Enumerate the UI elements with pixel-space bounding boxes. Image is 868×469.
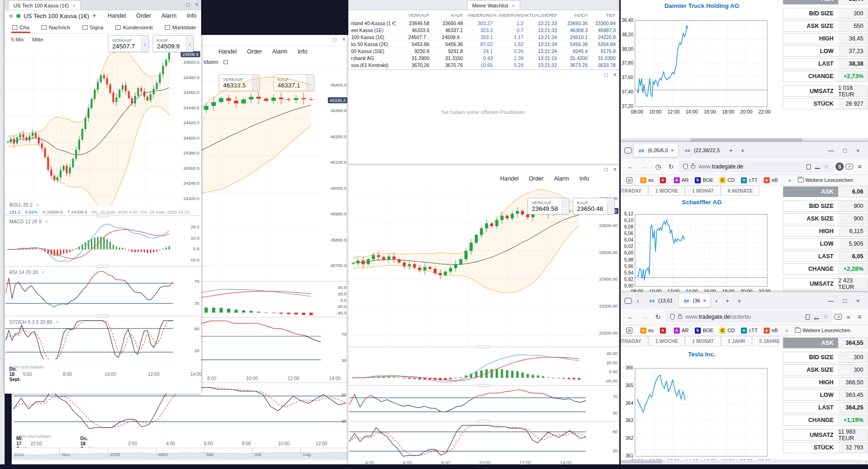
forward-icon[interactable]: → — [638, 313, 651, 321]
close-indicator-icon[interactable]: × — [56, 320, 59, 325]
tab-watchlist[interactable]: Meine Watchlist× — [467, 0, 520, 10]
bookmark-item[interactable]: ◍ — [626, 177, 634, 183]
external-link-icon[interactable] — [224, 60, 228, 64]
scroll-right-icon[interactable]: › — [865, 458, 867, 464]
period-tab[interactable]: 6 MONATE — [721, 186, 760, 196]
period-tab[interactable]: 1 JAHR — [721, 336, 752, 346]
reader-mode-icon[interactable] — [807, 164, 811, 169]
watchlist-row[interactable]: 00 Kassa (10£) 9230.8 ↓ 9231.8 ↓ 24.1 0.… — [348, 47, 619, 54]
app-menu-icon[interactable]: ≡ — [855, 313, 864, 321]
maximize-icon[interactable]: □ — [843, 147, 847, 154]
maximize-icon[interactable]: □ — [604, 72, 608, 78]
horizontal-scrollbar[interactable] — [621, 460, 863, 464]
firefox-view-icon[interactable] — [624, 298, 632, 304]
forward-icon[interactable]: → — [638, 163, 651, 170]
period-tab[interactable]: INTRADAY — [621, 336, 648, 346]
watchlist-row[interactable]: eet Kassa (1E) 46333.5 ↓ 46337.1 ↓ 323.3… — [348, 27, 619, 34]
watchlist-row[interactable]: ssa (€1 Kontrakt) 3670.26 ↓ 3670.76 ↓ 10… — [348, 61, 619, 68]
bookmark-overflow-icon[interactable]: » — [788, 177, 791, 183]
bookmark-item[interactable]: b BOE — [695, 328, 713, 334]
ustech-macd-chart[interactable] — [6, 218, 173, 264]
chevron-down-icon[interactable]: ▼ — [92, 13, 96, 18]
chart-navigator[interactable]: 2024Nov.2025MärzMaiJuliAug. — [12, 448, 348, 460]
shield-icon[interactable] — [670, 314, 675, 320]
toolbar-chart[interactable]: Cha — [12, 21, 29, 33]
bookmark-item[interactable]: C CD — [719, 177, 735, 183]
minimize-icon[interactable]: — — [828, 297, 834, 304]
instrument-title[interactable]: US Tech 100 Kassa (1€) — [24, 13, 89, 20]
bookmark-item[interactable]: e eB — [764, 328, 778, 334]
tab-dropdown-icon[interactable]: ∨ — [734, 298, 744, 303]
new-tab-icon[interactable]: + — [726, 147, 736, 154]
mode-select[interactable]: Mitte — [32, 37, 43, 42]
tab-scroll-right-icon[interactable]: › — [712, 297, 720, 304]
reader-mode-icon[interactable] — [806, 315, 810, 320]
menu-handel[interactable]: Handel — [108, 13, 126, 19]
history-icon[interactable]: ◷ — [652, 163, 664, 170]
close-icon[interactable]: × — [195, 1, 198, 8]
bookmark-star-icon[interactable]: ☆ — [823, 314, 828, 320]
browser-tab[interactable]: ex (13,61 — [644, 294, 677, 307]
maximize-icon[interactable]: □ — [333, 36, 337, 43]
lock-icon[interactable] — [691, 165, 695, 168]
new-tab-icon[interactable]: + — [722, 297, 732, 304]
close-indicator-icon[interactable]: × — [45, 219, 48, 224]
menu-alarm[interactable]: Alarm — [272, 48, 287, 55]
toolbar-signals[interactable]: Signa — [82, 21, 103, 33]
buy-quote-box[interactable]: KAUF24509.9 ↓ — [153, 35, 194, 52]
share-icon[interactable]: ↗ — [846, 164, 853, 169]
tab-dropdown-icon[interactable]: ∨ — [738, 148, 747, 153]
bookmark-folder[interactable]: Weitere Lesezeichen — [798, 177, 854, 183]
browser-tab-active[interactable]: ex (36 × — [679, 294, 710, 307]
tab-scroll-left-icon[interactable]: ‹ — [634, 297, 642, 304]
close-icon[interactable]: × — [613, 166, 617, 173]
save-page-icon[interactable]: ↓ — [815, 164, 820, 169]
close-indicator-icon[interactable]: × — [36, 202, 39, 208]
close-icon[interactable]: × — [613, 72, 617, 78]
period-tab[interactable]: 1 WOCHE — [648, 336, 685, 346]
tab-close-icon[interactable]: × — [671, 147, 674, 153]
bookmark-item[interactable]: n cTT — [741, 177, 758, 183]
ustech-rsi-chart[interactable] — [6, 268, 173, 314]
watchlist-row[interactable]: ks 50 Kassa (2€) 5453.86 ↓ 5455.36 ↓ 87.… — [348, 40, 619, 47]
maximize-icon[interactable]: □ — [604, 166, 608, 173]
maximize-icon[interactable]: □ — [186, 1, 190, 8]
lock-icon[interactable] — [678, 315, 682, 319]
close-icon[interactable]: × — [342, 36, 346, 43]
sell-quote-box[interactable]: VERKAUF23649.58 — [528, 198, 570, 214]
bookmark-item[interactable]: n cTT — [741, 328, 758, 334]
back-icon[interactable]: ← — [624, 163, 637, 170]
menu-order[interactable]: Order — [529, 175, 544, 182]
sell-quote-box[interactable]: VERKAUF24507.7 ↓ — [108, 35, 149, 52]
tab-close-icon[interactable]: × — [703, 298, 706, 303]
tab-close-icon[interactable]: × — [73, 3, 75, 8]
back-icon[interactable]: ← — [624, 313, 637, 321]
bookmark-item[interactable]: A — [660, 328, 668, 334]
bookmark-item[interactable]: ● es — [640, 177, 654, 183]
bookmark-item[interactable]: ◍ — [626, 328, 634, 334]
bookmark-item[interactable]: A — [660, 177, 668, 183]
menu-alarm[interactable]: Alarm — [161, 13, 176, 19]
bookmark-folder[interactable]: Weitere Lesezeichen — [795, 328, 851, 333]
browser-tab[interactable]: ex (22,38/22,5 — [680, 144, 724, 157]
timeframe-select[interactable]: 5 Min — [11, 37, 24, 42]
tab-close-icon[interactable]: × — [512, 3, 515, 8]
toolbar-news[interactable]: Nachrich — [41, 21, 70, 33]
bookmark-overflow-icon[interactable]: » — [785, 328, 788, 333]
bookmark-item[interactable]: A AR — [674, 177, 689, 183]
ustech-candle-chart[interactable] — [6, 52, 173, 206]
menu-order[interactable]: Order — [247, 48, 262, 55]
bookmark-item[interactable]: A AR — [674, 328, 689, 334]
maximize-icon[interactable]: □ — [843, 297, 847, 304]
toolbar-sentiment[interactable]: Kundensenti — [115, 21, 153, 33]
reload-icon[interactable]: ↻ — [652, 313, 664, 321]
close-icon[interactable]: × — [856, 147, 860, 154]
period-tab[interactable]: 1 MONAT — [685, 336, 720, 346]
menu-alarm[interactable]: Alarm — [554, 175, 569, 182]
bookmark-item[interactable]: C CD — [719, 328, 735, 334]
browser-tab-active[interactable]: ex (6,05/6,0 × — [634, 144, 678, 157]
watchlist-row[interactable]: 100 Kassa (1€) 24507.7 ↓ 24509.9 ↓ 283.1… — [348, 34, 619, 40]
bookmark-item[interactable]: ● es — [640, 328, 654, 334]
dax-rsi-chart[interactable] — [349, 388, 586, 419]
share-icon[interactable]: ↗ — [834, 314, 842, 320]
